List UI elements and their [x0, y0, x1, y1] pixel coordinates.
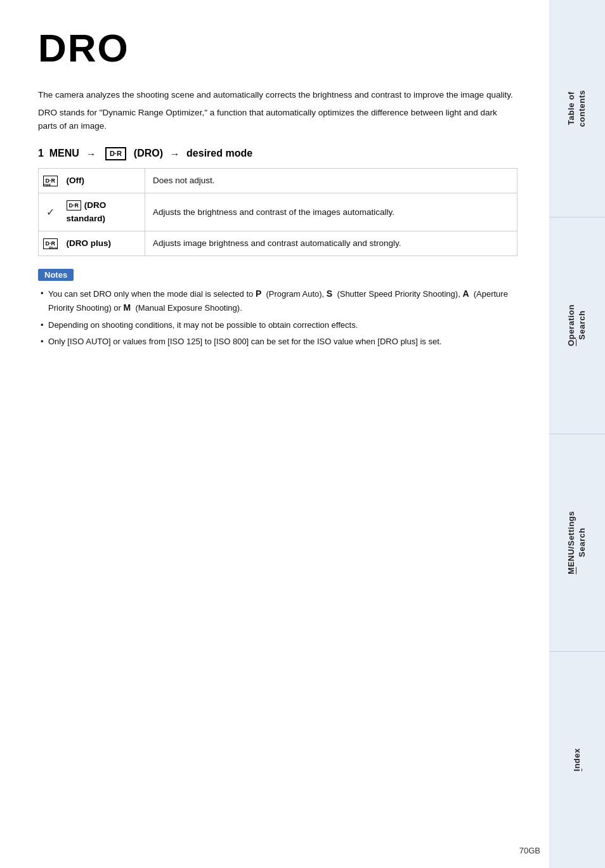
- section-heading-text: 1 MENU: [38, 148, 79, 159]
- dro-standard-icon: D·R: [67, 200, 82, 211]
- table-row: D·ROFF (Off) Does not adjust.: [39, 169, 517, 193]
- icon-cell-plus: D·RPlus: [39, 231, 63, 256]
- section-heading-mode: desired mode: [186, 148, 252, 159]
- mode-p: P: [256, 288, 261, 299]
- label-cell-standard: D·R (DROstandard): [63, 193, 145, 231]
- icon-cell-standard: ✓: [39, 193, 63, 231]
- options-table: D·ROFF (Off) Does not adjust. ✓ D·R (DRO…: [38, 168, 517, 256]
- icon-cell-off: D·ROFF: [39, 169, 63, 193]
- sidebar-section-menu[interactable]: MENU/SettingsSearch: [549, 434, 605, 652]
- sidebar-label-index: Index: [572, 748, 583, 771]
- sidebar-section-toc[interactable]: Table ofcontents: [549, 0, 605, 217]
- mode-s: S: [327, 288, 332, 299]
- desc-cell-off: Does not adjust.: [145, 169, 517, 193]
- selected-checkmark: ✓: [46, 207, 55, 217]
- notes-list: You can set DRO only when the mode dial …: [38, 287, 517, 348]
- desc-cell-plus: Adjusts image brightness and contrast au…: [145, 231, 517, 256]
- note-item: Only [ISO AUTO] or values from [ISO 125]…: [38, 335, 517, 348]
- plus-label: (DRO plus): [67, 238, 112, 248]
- sidebar-label-toc: Table ofcontents: [566, 90, 588, 127]
- note-item: Depending on shooting conditions, it may…: [38, 319, 517, 332]
- page-title: DRO: [38, 25, 517, 70]
- dro-plus-icon: D·RPlus: [43, 238, 58, 249]
- sidebar-section-operation[interactable]: OperationSearch: [549, 217, 605, 435]
- intro-paragraph-1: The camera analyzes the shooting scene a…: [38, 88, 517, 102]
- dro-menu-icon: D·R: [105, 147, 126, 160]
- arrow-icon-1: →: [86, 148, 96, 159]
- section-heading-suffix: (DRO): [134, 148, 163, 159]
- dro-off-icon: D·ROFF: [43, 176, 58, 186]
- notes-header: Notes: [38, 269, 74, 281]
- label-cell-plus: (DRO plus): [63, 231, 145, 256]
- main-content: DRO The camera analyzes the shooting sce…: [0, 0, 549, 868]
- table-row: D·RPlus (DRO plus) Adjusts image brightn…: [39, 231, 517, 256]
- section-heading: 1 MENU → D·R (DRO) → desired mode: [38, 147, 517, 160]
- arrow-icon-2: →: [170, 148, 179, 159]
- label-cell-off: (Off): [63, 169, 145, 193]
- sidebar-label-operation: OperationSearch: [566, 304, 588, 346]
- sidebar-label-menu: MENU/SettingsSearch: [566, 511, 588, 574]
- sidebar-section-index[interactable]: Index: [549, 652, 605, 869]
- desc-cell-standard: Adjusts the brightness and contrast of t…: [145, 193, 517, 231]
- mode-a: A: [462, 288, 469, 299]
- mode-m: M: [124, 302, 131, 313]
- off-label: (Off): [67, 176, 84, 185]
- sidebar: Table ofcontents OperationSearch MENU/Se…: [549, 0, 605, 868]
- table-row: ✓ D·R (DROstandard) Adjusts the brightne…: [39, 193, 517, 231]
- intro-paragraph-2: DRO stands for "Dynamic Range Optimizer,…: [38, 106, 517, 133]
- note-item: You can set DRO only when the mode dial …: [38, 287, 517, 314]
- page-number: 70GB: [519, 846, 540, 855]
